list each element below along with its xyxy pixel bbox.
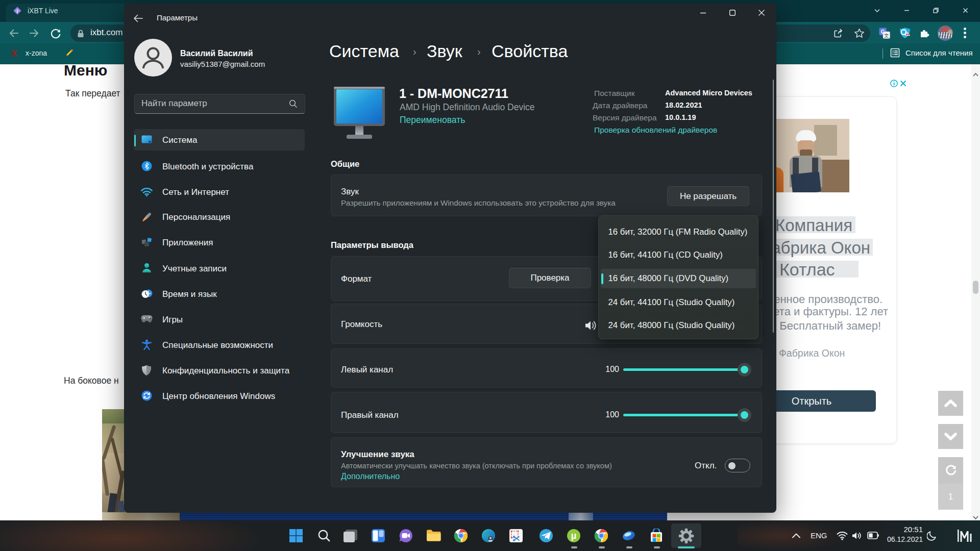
svg-text:i: i bbox=[17, 9, 18, 14]
svg-text:文: 文 bbox=[884, 33, 889, 38]
svg-text:µ: µ bbox=[571, 530, 577, 541]
